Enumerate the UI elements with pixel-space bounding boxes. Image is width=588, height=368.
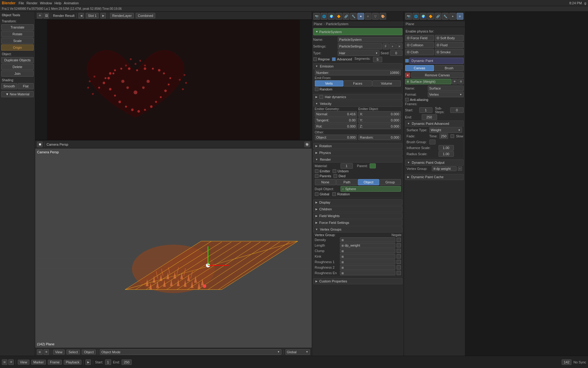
- radius-scale-field[interactable]: 1.00: [439, 151, 454, 157]
- parents-cb[interactable]: [315, 174, 318, 178]
- fr-icon1[interactable]: 📷: [405, 13, 412, 20]
- prop-icon-constraint[interactable]: 🔗: [343, 13, 349, 20]
- prev-slot-icon[interactable]: ◀: [78, 13, 84, 18]
- brush-group-field[interactable]: [429, 140, 435, 144]
- tangent-field[interactable]: Tangent: 0.00: [315, 117, 357, 123]
- new-material-btn[interactable]: ▼ New Material: [1, 91, 34, 97]
- render-icon-view[interactable]: 👁: [37, 13, 43, 18]
- display-header[interactable]: ▶ Display: [313, 199, 402, 205]
- prop-icon-scene[interactable]: 🌐: [321, 13, 327, 20]
- vg-header[interactable]: ▼ Vertex Groups: [313, 226, 402, 232]
- tl-marker-btn[interactable]: Marker: [31, 360, 46, 365]
- emitter-cb[interactable]: [315, 169, 318, 173]
- scale-btn[interactable]: Scale: [1, 38, 34, 44]
- dp-toggle[interactable]: [405, 59, 409, 63]
- vg-kink-negate[interactable]: [397, 254, 401, 259]
- end-field[interactable]: 250: [422, 114, 437, 120]
- layer-selector[interactable]: RenderLayer: [110, 13, 134, 18]
- hd-checkbox[interactable]: [319, 95, 323, 99]
- menu-file[interactable]: File: [19, 1, 24, 5]
- collision-btn[interactable]: Collision: [405, 42, 434, 48]
- menu-window[interactable]: Window: [40, 1, 52, 5]
- global-cb[interactable]: [315, 192, 318, 196]
- smoke-btn[interactable]: Smoke: [435, 49, 464, 55]
- vg-rough2-negate[interactable]: [397, 265, 401, 270]
- vg-clump-field[interactable]: ⊞: [340, 248, 395, 253]
- origin-btn[interactable]: Origin: [1, 44, 34, 51]
- tab-none[interactable]: None: [315, 179, 336, 185]
- pivot-selector[interactable]: Global ▼: [285, 349, 310, 355]
- vg-roughen-field[interactable]: ⊞: [340, 270, 395, 275]
- fluid-btn[interactable]: Fluid: [435, 42, 464, 48]
- canvas-btn[interactable]: Canvas: [405, 65, 434, 71]
- menu-render[interactable]: Render: [26, 1, 37, 5]
- ps-selector[interactable]: ✦ ParticleSystem: [313, 28, 402, 35]
- smooth-btn[interactable]: Smooth: [1, 83, 17, 89]
- cloth-btn[interactable]: Cloth: [405, 49, 434, 55]
- prop-icon-render[interactable]: 📷: [313, 13, 320, 20]
- vp-tool1[interactable]: ⊞: [37, 349, 43, 355]
- translate-btn[interactable]: Translate: [1, 24, 34, 30]
- substeps-field[interactable]: 0: [450, 107, 464, 113]
- prop-icon-particles[interactable]: ✦: [357, 13, 364, 20]
- vg-kink-field[interactable]: ⊞: [340, 254, 395, 259]
- object-field[interactable]: Object: 0.000: [315, 135, 357, 140]
- 3d-right-icon[interactable]: 🔘: [304, 142, 310, 147]
- rot-field[interactable]: Rot: 0.000: [315, 124, 357, 129]
- influence-scale-field[interactable]: 1.00: [439, 145, 454, 151]
- tl-play-icon[interactable]: ▶: [85, 359, 91, 365]
- random-checkbox[interactable]: [315, 87, 318, 91]
- render-header[interactable]: ▼ Render: [313, 156, 402, 163]
- prop-icon-world[interactable]: 🌍: [328, 13, 335, 20]
- tl-end-field[interactable]: 250: [122, 359, 131, 365]
- children-header[interactable]: ▶ Children: [313, 206, 402, 212]
- dp-cache-header[interactable]: ▶ Dynamic Paint Cache: [405, 174, 464, 180]
- force-field-settings-header[interactable]: ▶ Force Field Settings: [313, 220, 402, 226]
- dp-vg-field[interactable]: ⊞ dp weight: [432, 166, 457, 171]
- tl-view-btn[interactable]: View: [18, 360, 29, 365]
- tl-icon2[interactable]: 👁: [8, 359, 14, 365]
- segments-field[interactable]: 5: [373, 57, 382, 62]
- flat-btn[interactable]: Flat: [18, 83, 34, 89]
- mat-field[interactable]: 1: [341, 163, 353, 169]
- vg-length-negate[interactable]: [397, 243, 401, 247]
- fr-icon-physics[interactable]: ⚛: [457, 13, 463, 20]
- fr-icon2[interactable]: 🌐: [413, 13, 419, 20]
- x-canvas-btn[interactable]: ✕: [405, 73, 410, 78]
- prop-icon-data[interactable]: ▽: [372, 13, 379, 20]
- vg-roughen-negate[interactable]: [397, 271, 401, 275]
- prop-icon-physics[interactable]: ⚛: [365, 13, 371, 20]
- settings-btn3[interactable]: ✕: [396, 43, 402, 49]
- remove-canvas-btn[interactable]: Remove Canvas: [411, 72, 464, 78]
- settings-btn2[interactable]: +: [390, 43, 396, 49]
- velocity-header[interactable]: ▼ Velocity: [313, 101, 402, 107]
- vg-rough1-negate[interactable]: [397, 260, 401, 264]
- tab-group[interactable]: Group: [379, 179, 401, 185]
- tab-verts[interactable]: Verts: [315, 80, 343, 86]
- time-field[interactable]: 250: [439, 133, 448, 139]
- settings-dropdown[interactable]: ParticleSettings: [338, 43, 382, 49]
- custom-props-header[interactable]: ▶ Custom Properties: [313, 278, 402, 284]
- rotation-header[interactable]: ▶ Rotation: [313, 143, 402, 149]
- number-field[interactable]: Number: 10890: [315, 70, 401, 75]
- menu-help[interactable]: Help: [55, 1, 62, 5]
- tab-faces[interactable]: Faces: [344, 80, 372, 86]
- tl-current-frame[interactable]: 142: [562, 359, 571, 365]
- random-vel-field[interactable]: Random: 0.000: [358, 135, 401, 140]
- dp-name-field[interactable]: Surface: [428, 86, 464, 91]
- tab-path[interactable]: Path: [336, 179, 358, 185]
- normal-field[interactable]: Normal: 0.416: [315, 111, 357, 117]
- prop-icon-object[interactable]: 🔶: [335, 13, 342, 20]
- tab-object[interactable]: Object: [358, 179, 379, 185]
- join-btn[interactable]: Join: [1, 71, 34, 77]
- object-menu-btn[interactable]: Object: [82, 350, 96, 355]
- next-slot-icon[interactable]: ▶: [100, 13, 106, 18]
- 3d-icon1[interactable]: 🔲: [37, 142, 43, 147]
- slow-cb[interactable]: [450, 134, 454, 138]
- physics-header[interactable]: ▶ Physics: [313, 150, 402, 156]
- dp-output-header[interactable]: ▼ Dynamic Paint Output: [405, 159, 464, 166]
- delete-btn[interactable]: Delete: [1, 64, 34, 70]
- y-field[interactable]: Y: 0.000: [358, 117, 401, 123]
- dp-advanced-header[interactable]: ▼ Dynamic Paint Advanced: [405, 121, 464, 127]
- vg-density-negate[interactable]: [397, 238, 401, 242]
